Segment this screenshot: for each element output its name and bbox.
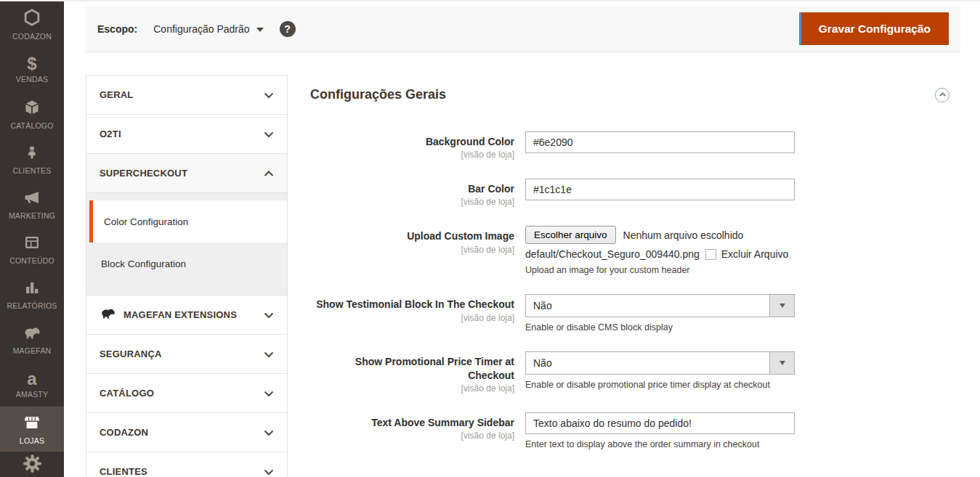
sidebar-item-label: AMASTY [16, 390, 48, 399]
config-section-o2ti[interactable]: O2TI [86, 115, 287, 154]
background-color-input[interactable] [525, 131, 795, 153]
scope-switcher-dropdown[interactable]: Configuração Padrão [153, 23, 263, 35]
chevron-down-icon [264, 387, 274, 400]
select-arrow-button[interactable] [769, 352, 794, 374]
sidebar-item-amasty[interactable]: a AMASTY [0, 362, 64, 407]
field-note: Upload an image for your custom header [525, 265, 830, 275]
sidebar-item-magefan[interactable]: MAGEFAN [0, 317, 64, 362]
hexagon-logo-icon [23, 8, 41, 30]
field-label: Show Testimonial Block In The Checkout [310, 298, 514, 311]
sidebar-item-marketing[interactable]: MARKETING [0, 182, 64, 227]
elephant-icon [23, 324, 41, 344]
field-row-upload-custom-image: Upload Custom Image [visão de loja] Esco… [310, 226, 953, 275]
amasty-letter-a-icon: a [27, 370, 36, 388]
bar-chart-icon [23, 279, 41, 299]
bar-color-input[interactable] [525, 179, 795, 200]
config-section-label: SUPERCHECKOUT [100, 168, 187, 179]
file-status-text: Nenhum arquivo escolhido [623, 229, 744, 241]
gear-icon [23, 454, 42, 476]
sidebar-item-relatorios[interactable]: RELATÓRIOS [0, 272, 64, 317]
chevron-down-icon [264, 348, 274, 361]
chevron-down-icon [779, 303, 785, 308]
layout-icon [23, 234, 41, 254]
subitem-block-configuration[interactable]: Block Configuration [86, 242, 287, 285]
sidebar-item-codazon[interactable]: CODAZON [0, 1, 64, 46]
sidebar-item-label: MARKETING [9, 211, 55, 220]
storefront-icon [23, 414, 41, 434]
config-section-clientes[interactable]: CLIENTES [86, 452, 287, 477]
config-section-magefan-extensions[interactable]: MAGEFAN EXTENSIONS [86, 295, 287, 335]
sidebar-item-label: CLIENTES [13, 166, 52, 175]
config-section-catalogo[interactable]: CATÁLOGO [86, 374, 287, 413]
chevron-down-icon [264, 465, 274, 477]
choose-file-button[interactable]: Escolher arquivo [525, 226, 616, 244]
field-label: Bar Color [310, 182, 514, 195]
config-section-geral[interactable]: GERAL [86, 76, 287, 115]
config-section-seguranca[interactable]: SEGURANÇA [86, 335, 287, 374]
select-arrow-button[interactable] [769, 295, 794, 317]
field-note: Enable or disable CMS block display [525, 322, 795, 333]
box-icon [23, 99, 41, 119]
config-nav-menu: GERAL O2TI SUPERCHECKOUT Color Configura… [86, 75, 288, 477]
help-icon[interactable]: ? [280, 21, 296, 37]
field-label: Show Promotional Price Timer at Checkout [310, 355, 514, 381]
testimonial-block-select[interactable]: Não [525, 294, 795, 317]
config-section-supercheckout[interactable]: SUPERCHECKOUT [86, 154, 287, 193]
field-row-promo-price-timer: Show Promotional Price Timer at Checkout… [310, 351, 953, 393]
settings-panel: Configurações Gerais Background Color [v… [310, 87, 953, 468]
sidebar-item-conteudo[interactable]: CONTEÚDO [0, 227, 64, 272]
sidebar-item-vendas[interactable]: $ VENDAS [0, 46, 64, 91]
admin-sidebar: CODAZON $ VENDAS CATÁLOGO CLIENTES MARKE… [0, 1, 64, 477]
chevron-down-icon [256, 28, 264, 32]
sidebar-item-lojas[interactable]: LOJAS [0, 407, 64, 452]
subitem-color-configuration[interactable]: Color Configuration [89, 200, 287, 242]
collapse-section-button[interactable] [935, 88, 949, 102]
field-label: Background Color [310, 135, 514, 148]
delete-file-label: Excluir Arquivo [721, 248, 789, 260]
field-scope: [visão de loja] [310, 150, 514, 160]
sidebar-item-label: CATÁLOGO [10, 121, 53, 130]
field-label: Text Above Summary Sidebar [310, 416, 514, 429]
field-scope: [visão de loja] [310, 431, 514, 441]
field-scope: [visão de loja] [310, 383, 514, 394]
config-section-label: GERAL [100, 89, 134, 100]
field-scope: [visão de loja] [310, 313, 514, 323]
field-scope: [visão de loja] [310, 197, 514, 207]
scope-value: Configuração Padrão [153, 23, 249, 35]
section-title: Configurações Gerais [310, 87, 446, 102]
chevron-down-icon [264, 309, 274, 322]
chevron-down-icon [264, 89, 274, 102]
dollar-sign-icon: $ [27, 55, 36, 73]
sidebar-item-clientes[interactable]: CLIENTES [0, 136, 64, 182]
sidebar-item-label: LOJAS [20, 436, 44, 445]
page-top-divider [0, 0, 980, 1]
chevron-up-icon [264, 167, 274, 180]
sidebar-item-label: CODAZON [12, 32, 52, 41]
chevron-down-icon [779, 361, 785, 365]
config-section-label: SEGURANÇA [100, 348, 162, 359]
field-note: Enter text to display above the order su… [525, 439, 795, 449]
field-row-bar-color: Bar Color [visão de loja] [310, 179, 953, 207]
field-label: Upload Custom Image [310, 229, 514, 242]
supercheckout-subpanel: Color Configuration Block Configuration [86, 193, 287, 295]
elephant-icon [100, 306, 116, 324]
field-row-text-above-summary: Text Above Summary Sidebar [visão de loj… [310, 412, 953, 449]
config-section-codazon[interactable]: CODAZON [86, 413, 287, 452]
field-row-testimonial-block: Show Testimonial Block In The Checkout [… [310, 294, 953, 333]
chevron-down-icon [264, 426, 274, 439]
chevron-down-icon [264, 128, 274, 141]
sidebar-item-label: VENDAS [16, 75, 48, 83]
field-note: Enable or disable promotional price time… [525, 380, 795, 390]
sidebar-item-catalogo[interactable]: CATÁLOGO [0, 91, 64, 136]
config-section-label: CLIENTES [100, 466, 147, 477]
text-above-summary-input[interactable] [525, 412, 795, 434]
delete-file-checkbox[interactable] [705, 249, 716, 260]
save-config-button[interactable]: Gravar Configuração [799, 12, 949, 45]
sidebar-item-label: RELATÓRIOS [7, 301, 57, 310]
sidebar-item-sistema[interactable] [0, 452, 64, 477]
config-section-label: CODAZON [100, 427, 148, 438]
scope-toolbar: Escopo: Configuração Padrão ? Gravar Con… [86, 6, 960, 52]
field-row-background-color: Background Color [visão de loja] [310, 131, 953, 160]
sidebar-item-label: MAGEFAN [13, 346, 52, 355]
promo-price-timer-select[interactable]: Não [525, 351, 795, 375]
